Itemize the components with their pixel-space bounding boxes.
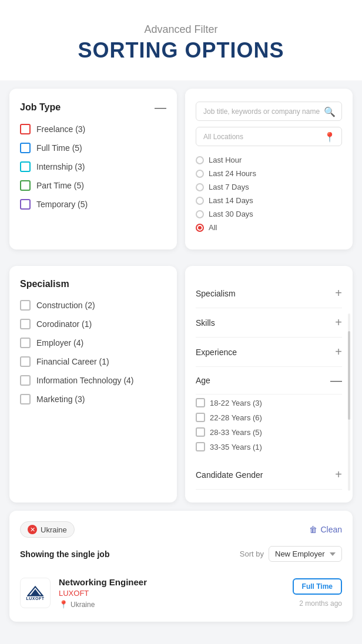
luxoft-icon-svg (27, 586, 43, 596)
specialism-financial[interactable]: Financial Career (1) (20, 356, 166, 367)
checkbox-age-22-28[interactable] (196, 413, 205, 422)
page-subtitle: Advanced Filter (12, 23, 350, 36)
job-type-title: Job Type — (20, 102, 166, 113)
job-card: LUXOFT Networking Engineer LUXOFT 📍 Ukra… (20, 571, 342, 611)
results-panel: ✕ Ukraine 🗑 Clean Showing the single job… (9, 511, 353, 622)
job-title: Networking Engineer (59, 577, 284, 587)
radio-circle-last-7[interactable] (196, 183, 204, 191)
age-33-35[interactable]: 33-35 Years (1) (196, 442, 342, 451)
radio-circle-last-hour[interactable] (196, 156, 204, 164)
specialism-it[interactable]: Information Technology (4) (20, 375, 166, 386)
radio-last-24[interactable]: Last 24 Hours (196, 169, 342, 178)
filter-specialism[interactable]: Specialism + (196, 279, 342, 308)
filter-panel-card: Specialism + Skills + Experience + Age —… (185, 266, 353, 503)
job-type-temporary[interactable]: Temporary (5) (20, 199, 166, 210)
checkbox-financial[interactable] (20, 356, 31, 367)
checkbox-corodinator[interactable] (20, 319, 31, 329)
checkbox-parttime[interactable] (20, 180, 31, 191)
specialism-title: Specialism (20, 279, 166, 289)
radio-circle-last-30[interactable] (196, 210, 204, 218)
checkbox-temporary[interactable] (20, 199, 31, 210)
radio-last-hour[interactable]: Last Hour (196, 156, 342, 164)
row-1: Job Type — Freelance (3) Full Time (5) I… (0, 80, 362, 258)
scrollbar-track[interactable] (348, 313, 350, 491)
experience-expand-icon[interactable]: + (335, 345, 342, 359)
company-logo: LUXOFT (20, 578, 51, 608)
age-collapse-icon[interactable]: — (330, 375, 342, 386)
job-type-internship[interactable]: Internship (3) (20, 161, 166, 172)
age-22-28[interactable]: 22-28 Years (6) (196, 413, 342, 422)
checkbox-marketing[interactable] (20, 394, 31, 404)
job-type-fulltime[interactable]: Full Time (5) (20, 143, 166, 153)
checkbox-freelance[interactable] (20, 124, 31, 134)
time-filter-group: Last Hour Last 24 Hours Last 7 Days Last… (196, 156, 342, 237)
age-28-33[interactable]: 28-33 Years (5) (196, 427, 342, 437)
page-title: SORTING OPTIONS (12, 38, 350, 63)
sort-row: Sort by New Employer Old Employer Newest… (240, 546, 342, 562)
checkbox-fulltime[interactable] (20, 143, 31, 153)
job-type-freelance[interactable]: Freelance (3) (20, 124, 166, 134)
specialism-card: Specialism Construction (2) Corodinator … (9, 266, 177, 503)
sort-select[interactable]: New Employer Old Employer Newest Oldest (269, 546, 342, 562)
radio-circle-last-24[interactable] (196, 170, 204, 178)
specialism-corodinator[interactable]: Corodinator (1) (20, 319, 166, 329)
full-time-badge[interactable]: Full Time (293, 578, 342, 595)
time-ago: 2 months ago (299, 599, 342, 608)
radio-last-7[interactable]: Last 7 Days (196, 183, 342, 191)
job-right: Full Time 2 months ago (293, 578, 342, 608)
job-type-card: Job Type — Freelance (3) Full Time (5) I… (9, 89, 177, 249)
collapse-icon[interactable]: — (155, 102, 166, 113)
specialism-construction[interactable]: Construction (2) (20, 300, 166, 311)
job-location: 📍 Ukraine (59, 600, 284, 609)
specialism-expand-icon[interactable]: + (335, 286, 342, 300)
checkbox-internship[interactable] (20, 161, 31, 172)
filter-sections: Specialism + Skills + Experience + Age —… (196, 279, 342, 490)
job-info: Networking Engineer LUXOFT 📍 Ukraine (59, 577, 284, 609)
radio-last-30[interactable]: Last 30 Days (196, 210, 342, 218)
results-header: Showing the single job Sort by New Emplo… (20, 546, 342, 562)
search-panel-card: Job title, keywords or company name 🔍 Al… (185, 89, 353, 249)
age-items: 18-22 Years (3) 22-28 Years (6) 28-33 Ye… (196, 395, 342, 457)
checkbox-age-28-33[interactable] (196, 427, 205, 437)
skills-expand-icon[interactable]: + (335, 316, 342, 329)
row-2: Specialism Construction (2) Corodinator … (0, 258, 362, 511)
showing-text: Showing the single job (20, 549, 109, 559)
tag-close-button[interactable]: ✕ (28, 525, 37, 534)
filter-skills[interactable]: Skills + (196, 308, 342, 338)
checkbox-age-33-35[interactable] (196, 442, 205, 451)
radio-last-14[interactable]: Last 14 Days (196, 196, 342, 205)
radio-all[interactable]: All (196, 223, 342, 232)
filter-experience[interactable]: Experience + (196, 338, 342, 367)
search-input-wrap[interactable]: Job title, keywords or company name 🔍 (196, 102, 342, 121)
page-header: Advanced Filter SORTING OPTIONS (0, 0, 362, 80)
specialism-employer[interactable]: Employer (4) (20, 338, 166, 348)
luxoft-logo: LUXOFT (26, 586, 45, 601)
location-pin-icon: 📍 (59, 600, 68, 609)
sort-by-label: Sort by (240, 549, 264, 558)
checkbox-age-18-22[interactable] (196, 398, 205, 407)
filter-age[interactable]: Age — (196, 367, 342, 395)
location-input-wrap[interactable]: All Locations 📍 (196, 127, 342, 146)
age-18-22[interactable]: 18-22 Years (3) (196, 398, 342, 407)
ukraine-tag[interactable]: ✕ Ukraine (20, 521, 75, 538)
checkbox-it[interactable] (20, 375, 31, 386)
specialism-marketing[interactable]: Marketing (3) (20, 394, 166, 404)
clean-button[interactable]: 🗑 Clean (309, 525, 342, 534)
radio-circle-last-14[interactable] (196, 197, 204, 205)
checkbox-employer[interactable] (20, 338, 31, 348)
filter-candidate-gender[interactable]: Candidate Gender + (196, 460, 342, 490)
job-type-parttime[interactable]: Part Time (5) (20, 180, 166, 191)
checkbox-construction[interactable] (20, 300, 31, 311)
trash-icon: 🗑 (309, 525, 317, 534)
scrollbar-thumb (348, 331, 350, 420)
luxoft-text: LUXOFT (26, 596, 45, 601)
radio-circle-all[interactable] (196, 224, 204, 232)
job-company: LUXOFT (59, 589, 284, 598)
search-icon: 🔍 (324, 106, 336, 117)
tags-row: ✕ Ukraine 🗑 Clean (20, 521, 342, 538)
location-icon: 📍 (324, 131, 336, 142)
search-panel: Job title, keywords or company name 🔍 Al… (196, 102, 342, 237)
gender-expand-icon[interactable]: + (335, 468, 342, 481)
